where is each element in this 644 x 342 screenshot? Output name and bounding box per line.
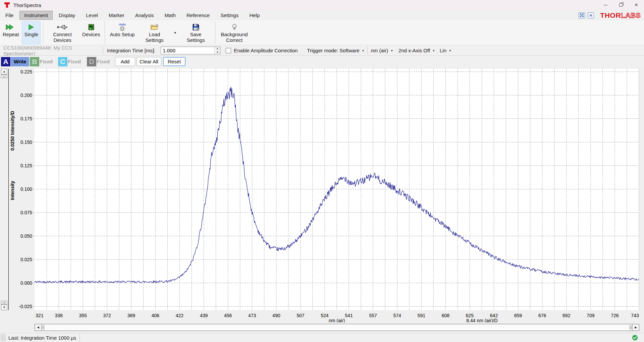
separator <box>79 334 80 342</box>
trace-a-mode[interactable]: Write <box>11 57 29 66</box>
save-settings-button[interactable]: Save Settings <box>179 21 213 44</box>
maximize-button[interactable] <box>613 0 629 10</box>
y-tick-label: 0.050 <box>20 233 32 239</box>
y-tick-label: 0.225 <box>20 69 32 74</box>
amplitude-correction-label: Enable Amplitude Correction <box>234 48 298 53</box>
x-tick-label: 490 <box>272 313 280 318</box>
y-axis-label: Intensity <box>10 181 15 200</box>
add-button[interactable]: Add <box>115 57 135 66</box>
single-button[interactable]: Single <box>22 21 41 44</box>
x-tick-label: 574 <box>393 313 401 318</box>
second-x-axis-dropdown[interactable]: 2nd x-Axis Off▼ <box>398 48 435 53</box>
zoom-grip-right[interactable] <box>629 324 632 331</box>
connect-devices-button[interactable]: Connect Devices <box>46 21 79 44</box>
expand-panel-icon[interactable] <box>579 12 585 18</box>
x-tick-label: 473 <box>248 313 256 318</box>
trace-b-badge[interactable]: B <box>30 57 39 66</box>
trace-d-mode[interactable]: Fixed <box>97 59 110 64</box>
x-axis-label: nm (air) <box>329 318 345 323</box>
auto-setup-button[interactable]: AutoAuto Setup <box>107 21 137 44</box>
x-axis-scale-label: 8.44 nm (air)/D <box>466 318 497 323</box>
close-button[interactable]: × <box>629 0 644 10</box>
repeat-icon <box>5 23 16 32</box>
trace-a-badge[interactable]: A <box>1 57 10 66</box>
load-settings-icon <box>150 23 159 32</box>
instrument-settings-bar: CCS100(M00989448: My CCS Spectrometer) I… <box>0 46 644 56</box>
x-tick-label: 355 <box>79 313 87 318</box>
trace-b-mode[interactable]: Fixed <box>40 59 53 64</box>
zoom-grip-bottom[interactable] <box>1 301 7 304</box>
integration-time-input[interactable] <box>161 47 220 54</box>
menu-item-level[interactable]: Level <box>82 11 102 19</box>
repeat-button[interactable]: Repeat <box>0 21 21 44</box>
x-tick-label: 524 <box>321 313 329 318</box>
scale-dropdown[interactable]: Lin▼ <box>440 48 451 53</box>
amplitude-correction-checkbox[interactable] <box>226 48 231 53</box>
scrollbar-thumb[interactable] <box>45 324 629 331</box>
status-grip <box>1 334 5 341</box>
collapse-ribbon-icon[interactable] <box>588 12 594 18</box>
scroll-down-icon[interactable]: ▼ <box>1 304 7 310</box>
y-tick-label: 0.000 <box>20 280 32 286</box>
load-settings-dropdown-caret[interactable]: ▼ <box>172 31 179 35</box>
integration-time-label: Integration Time [ms]: <box>107 48 155 53</box>
thorlabs-t-icon <box>4 2 10 8</box>
menu-item-instrument[interactable]: Instrument <box>20 11 52 19</box>
spectrum-chart: ▲ ▼ 0.2250.2000.1750.1500.1250.1000.0750… <box>0 67 644 323</box>
clear-all-button[interactable]: Clear All <box>137 57 161 66</box>
trigger-mode-dropdown[interactable]: Trigger mode: Software▼ <box>307 48 364 53</box>
scroll-up-icon[interactable]: ▲ <box>1 69 7 74</box>
x-tick-label: 591 <box>418 313 426 318</box>
chevron-down-icon: ▼ <box>390 49 393 52</box>
toolbar-separator <box>43 22 43 44</box>
auto-setup-icon: Auto <box>119 23 126 32</box>
toolbar: RepeatSingleConnect DevicesDevicesAutoAu… <box>0 20 644 45</box>
menu-item-math[interactable]: Math <box>160 11 180 19</box>
y-tick-label: 0.100 <box>20 186 32 192</box>
window-title: ThorSpectra <box>13 2 41 8</box>
x-tick-label: 372 <box>103 313 111 318</box>
connect-devices-icon <box>57 23 68 32</box>
menu-item-reference[interactable]: Reference <box>182 11 214 19</box>
reset-button[interactable]: Reset <box>163 57 185 66</box>
background-correct-button[interactable]: Background Correct <box>218 21 251 44</box>
trace-c-badge[interactable]: C <box>58 57 67 66</box>
zoom-grip-top[interactable] <box>1 74 7 78</box>
horizontal-zoom-scrollbar[interactable]: ◀ ▶ <box>35 324 639 331</box>
integration-time-stepper[interactable]: ▲▼ <box>214 47 220 54</box>
single-label: Single <box>24 32 38 37</box>
chevron-down-icon: ▼ <box>449 49 451 52</box>
chart-left-border <box>8 69 9 310</box>
zoom-grip-left[interactable] <box>42 324 45 331</box>
x-tick-label: 726 <box>611 313 619 318</box>
device-name: CCS100(M00989448: My CCS Spectrometer) <box>3 45 100 56</box>
menu-item-analysis[interactable]: Analysis <box>131 11 158 19</box>
minimize-button[interactable] <box>598 0 613 10</box>
menu-item-display[interactable]: Display <box>54 11 79 19</box>
vertical-zoom-scrollbar[interactable]: ▲ ▼ <box>1 69 8 310</box>
single-icon <box>28 23 35 32</box>
status-text: Last: Integration Time 1000 µs <box>8 335 76 341</box>
x-tick-label: 676 <box>538 313 546 318</box>
load-settings-button[interactable]: Load Settings <box>138 21 171 44</box>
trace-d-badge[interactable]: D <box>87 57 96 66</box>
trace-c-mode[interactable]: Fixed <box>68 59 81 64</box>
devices-button[interactable]: Devices <box>80 21 102 44</box>
menu-bar: FileInstrumentDisplayLevelMarkerAnalysis… <box>0 10 644 20</box>
menu-items: FileInstrumentDisplayLevelMarkerAnalysis… <box>0 11 265 19</box>
x-tick-label: 389 <box>127 313 136 318</box>
menu-item-help[interactable]: Help <box>245 11 264 19</box>
x-tick-label: 422 <box>176 313 184 318</box>
x-tick-label: 406 <box>152 313 160 318</box>
auto-setup-label: Auto Setup <box>110 32 135 37</box>
menu-item-settings[interactable]: Settings <box>216 11 243 19</box>
scroll-left-icon[interactable]: ◀ <box>35 324 42 331</box>
scroll-right-icon[interactable]: ▶ <box>632 324 639 331</box>
menu-item-file[interactable]: File <box>1 11 18 19</box>
repeat-label: Repeat <box>3 32 19 37</box>
y-tick-label: 0.150 <box>20 139 32 145</box>
menu-item-marker[interactable]: Marker <box>104 11 129 19</box>
x-unit-dropdown[interactable]: nm (air)▼ <box>371 48 393 53</box>
toolbar-separator <box>105 22 105 44</box>
connect-devices-label: Connect Devices <box>48 32 77 43</box>
